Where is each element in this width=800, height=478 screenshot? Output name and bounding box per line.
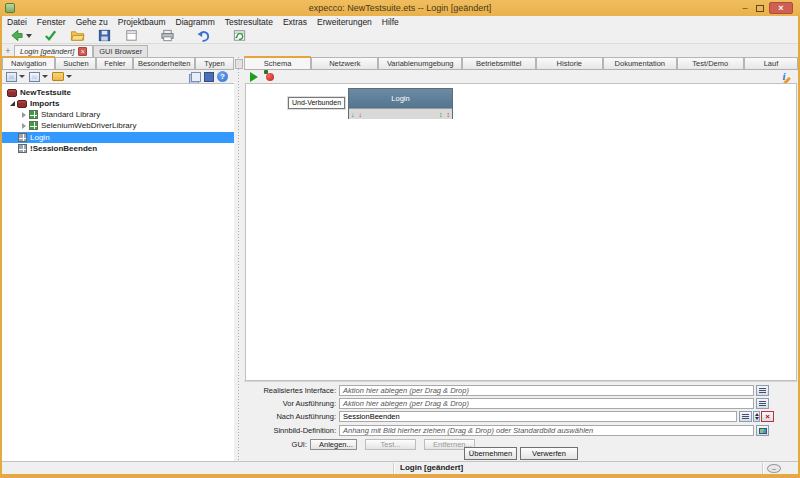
right-panel-tabs: Schema Netzwerk Variablenumgebung Betrie…: [244, 57, 798, 70]
expander-open-icon[interactable]: [10, 101, 15, 106]
grip-icon[interactable]: –: [767, 464, 781, 473]
remove-action-button[interactable]: ×: [761, 411, 774, 422]
statusbar-divider: [762, 463, 763, 474]
menu-erweiterungen[interactable]: Erweiterungen: [312, 17, 377, 27]
tab-schema[interactable]: Schema: [244, 56, 311, 69]
menu-diagramm[interactable]: Diagramm: [171, 17, 220, 27]
run-icon[interactable]: [250, 72, 258, 82]
list-icon: [759, 388, 766, 393]
refresh-window-icon[interactable]: [230, 28, 248, 43]
tab-betriebsmittel[interactable]: Betriebsmittel: [462, 57, 536, 69]
panel-splitter[interactable]: [234, 57, 244, 461]
tab-dokumentation[interactable]: Dokumentation: [603, 57, 677, 69]
tree-item-imports[interactable]: Imports: [2, 98, 234, 109]
new-window-icon[interactable]: [122, 28, 140, 43]
expander-closed-icon[interactable]: [22, 112, 26, 118]
menu-datei[interactable]: Datei: [2, 17, 32, 27]
add-item-menu-button[interactable]: [6, 72, 25, 82]
back-icon[interactable]: [7, 28, 25, 43]
image-select-button[interactable]: [756, 425, 769, 436]
tab-lauf[interactable]: Lauf: [744, 57, 798, 69]
title-bar: expecco: NewTestsuite.ets -- Login [geän…: [0, 0, 800, 16]
schema-canvas[interactable]: Und-Verbunden Login ↓ ↓ ↕ ↕: [245, 83, 797, 381]
detail-panel: Schema Netzwerk Variablenumgebung Betrie…: [244, 57, 798, 461]
tab-fehler[interactable]: Fehler: [96, 57, 133, 69]
menu-fenster[interactable]: Fenster: [32, 17, 71, 27]
form-row-vor-ausfuehrung: Vor Ausführung: Aktion hier ablegen (per…: [244, 398, 798, 409]
menu-testresultate[interactable]: Testresultate: [220, 17, 278, 27]
schema-toolbar: i: [244, 70, 798, 83]
imports-icon: [17, 100, 27, 108]
tab-besonderheiten[interactable]: Besonderheiten: [133, 57, 195, 69]
tab-netzwerk[interactable]: Netzwerk: [311, 57, 378, 69]
output-pin-icon[interactable]: ↕: [447, 111, 451, 118]
status-bar: Login [geändert] –: [2, 461, 798, 474]
input-pin-icon[interactable]: ↓: [351, 111, 355, 118]
tree-item-seleniumwebdriverlibrary[interactable]: SeleniumWebDriverLibrary: [2, 120, 234, 131]
login-block[interactable]: Login ↓ ↓ ↕ ↕: [348, 88, 453, 119]
maximize-icon: [756, 5, 764, 12]
add-list-menu-button[interactable]: [29, 72, 48, 82]
tab-variablenumgebung[interactable]: Variablenumgebung: [378, 57, 462, 69]
main-toolbar: [2, 28, 798, 44]
print-icon[interactable]: [158, 28, 176, 43]
expander-closed-icon[interactable]: [22, 123, 26, 129]
login-block-title[interactable]: Login: [349, 89, 452, 108]
interface-menu-button[interactable]: [756, 385, 769, 396]
tab-navigation[interactable]: Navigation: [2, 56, 55, 69]
close-button[interactable]: ×: [769, 2, 793, 14]
nach-ausfuehrung-input[interactable]: SessionBeenden: [339, 411, 737, 422]
left-panel-tabs: Navigation Suchen Fehler Besonderheiten …: [2, 57, 234, 70]
uebernehmen-button[interactable]: Übernehmen: [464, 447, 517, 460]
debug-icon[interactable]: [266, 73, 274, 81]
menu-gehe-zu[interactable]: Gehe zu: [71, 17, 113, 27]
vor-ausfuehrung-menu-button[interactable]: [756, 398, 769, 409]
save-view-icon[interactable]: [204, 72, 214, 82]
minimize-button[interactable]: –: [738, 2, 752, 14]
tree-item-newtestsuite[interactable]: NewTestsuite: [2, 87, 234, 98]
realisiertes-interface-input[interactable]: Aktion hier ablegen (per Drag & Drop): [339, 385, 754, 396]
tree-item-login[interactable]: Login: [2, 132, 234, 143]
tab-test-demo[interactable]: Test/Demo: [677, 57, 744, 69]
block-icon: [18, 133, 27, 142]
menu-extras[interactable]: Extras: [278, 17, 312, 27]
accept-icon[interactable]: [41, 28, 59, 43]
vor-ausfuehrung-input[interactable]: Aktion hier ablegen (per Drag & Drop): [339, 398, 754, 409]
tree-item-standard-library[interactable]: Standard Library: [2, 109, 234, 120]
reorder-button[interactable]: [753, 411, 760, 422]
tree-item-sessionbeenden[interactable]: !SessionBeenden: [2, 143, 234, 154]
tab-close-icon[interactable]: ×: [78, 47, 87, 56]
save-icon[interactable]: [95, 28, 113, 43]
undo-icon[interactable]: [194, 28, 212, 43]
add-item-icon: [6, 72, 17, 82]
window-title: expecco: NewTestsuite.ets -- Login [geän…: [0, 3, 800, 13]
help-icon[interactable]: ?: [217, 71, 228, 82]
input-pin-icon[interactable]: ↓: [359, 111, 363, 118]
tab-gui-browser[interactable]: GUI Browser: [93, 45, 148, 57]
dropdown-caret-icon: [42, 75, 48, 78]
edit-info-icon[interactable]: i: [778, 71, 790, 82]
connector-type-button[interactable]: Und-Verbunden: [288, 97, 345, 109]
gui-anlegen-button[interactable]: Anlegen...: [310, 439, 357, 450]
open-folder-icon[interactable]: [68, 28, 86, 43]
folder-icon: [52, 72, 64, 81]
menu-hilfe[interactable]: Hilfe: [377, 17, 404, 27]
tab-historie[interactable]: Historie: [536, 57, 603, 69]
dropdown-caret-icon: [66, 75, 72, 78]
splitter-dots: [238, 57, 239, 461]
back-dropdown-icon[interactable]: [26, 34, 32, 38]
window-border-bottom: [0, 474, 800, 478]
maximize-button[interactable]: [753, 2, 767, 14]
output-pin-icon[interactable]: ↕: [439, 111, 443, 118]
gui-test-button[interactable]: Test...: [365, 439, 416, 450]
sinnbild-definition-input[interactable]: Anhang mit Bild hierher ziehen (Drag & D…: [339, 425, 754, 436]
tab-typen[interactable]: Typen: [195, 57, 234, 69]
tab-suchen[interactable]: Suchen: [55, 57, 96, 69]
menu-projektbaum[interactable]: Projektbaum: [113, 17, 171, 27]
splitter-grabber[interactable]: [235, 59, 243, 69]
copy-view-icon[interactable]: [191, 72, 201, 82]
folder-menu-button[interactable]: [52, 72, 72, 81]
nach-ausfuehrung-menu-button[interactable]: [739, 411, 752, 422]
add-list-icon: [29, 72, 40, 82]
verwerfen-button[interactable]: Verwerfen: [520, 447, 578, 460]
